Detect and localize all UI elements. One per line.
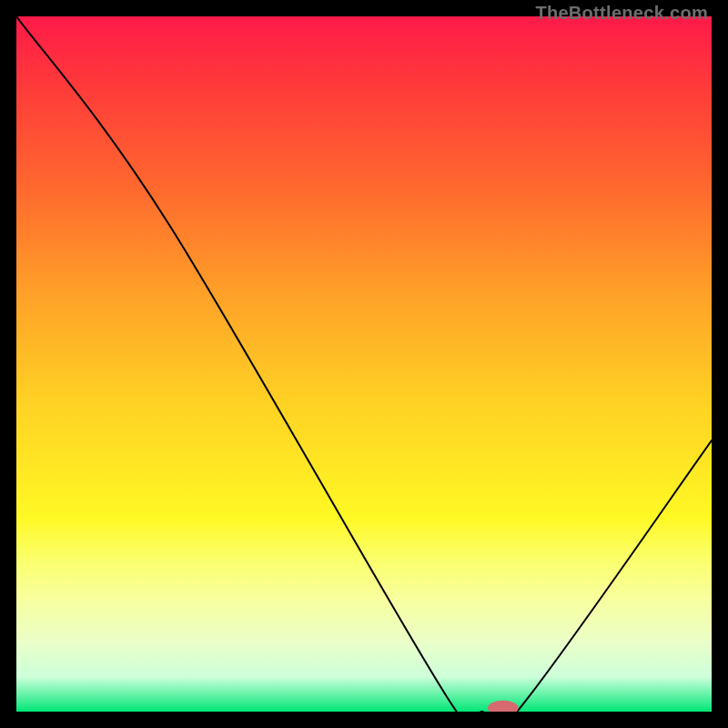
chart-stage: TheBottleneck.com bbox=[0, 0, 728, 728]
plot-area bbox=[16, 16, 712, 712]
marker-pill bbox=[488, 701, 519, 712]
chart-svg bbox=[16, 16, 712, 712]
curve-path bbox=[16, 16, 712, 712]
watermark-text: TheBottleneck.com bbox=[535, 0, 708, 25]
